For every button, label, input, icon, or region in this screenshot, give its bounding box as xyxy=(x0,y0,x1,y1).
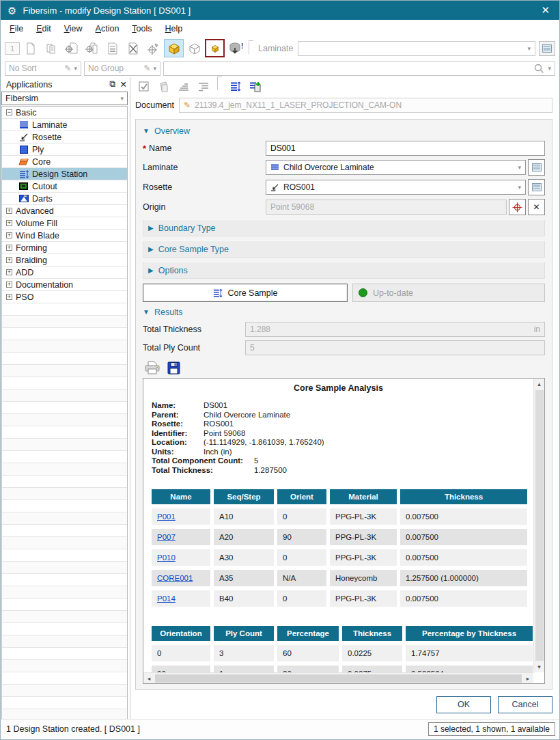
group-combo[interactable]: No Group ✎ ▾ xyxy=(84,61,160,76)
core-sample-tool-button[interactable] xyxy=(227,79,244,95)
menu-tools[interactable]: Tools xyxy=(132,24,152,33)
core-link[interactable]: CORE001 xyxy=(157,574,193,582)
analysis-content: Core Sample Analysis Name:DS001 Parent:C… xyxy=(143,379,533,672)
core-sample-button[interactable]: Core Sample xyxy=(143,284,348,302)
tree-node-core[interactable]: Core xyxy=(2,156,127,168)
name-field[interactable] xyxy=(266,141,545,156)
laminate-list-button[interactable] xyxy=(528,159,545,176)
tree-node-pso[interactable]: + PSO xyxy=(2,291,127,303)
expand-icon[interactable]: + xyxy=(6,232,12,238)
expand-icon[interactable]: + xyxy=(6,245,12,251)
menu-help[interactable]: Help xyxy=(165,24,183,33)
expand-icon[interactable]: + xyxy=(6,257,12,263)
solid-view-toggle[interactable] xyxy=(164,39,184,57)
menu-view[interactable]: View xyxy=(64,24,83,33)
copy-document-button[interactable] xyxy=(41,39,61,57)
rosette-icon xyxy=(270,184,279,191)
clear-origin-button[interactable]: ✕ xyxy=(528,199,545,215)
add-core-sample-button[interactable] xyxy=(247,79,264,95)
sort-order-button[interactable] xyxy=(175,79,193,95)
print-button[interactable] xyxy=(144,361,160,374)
locate-documents-button[interactable] xyxy=(82,39,102,57)
section-overview[interactable]: ▼ Overview xyxy=(143,122,545,139)
cancel-button[interactable]: Cancel xyxy=(498,696,552,713)
section-boundary-type[interactable]: ▶ Boundary Type xyxy=(143,219,545,236)
locate-document-button[interactable] xyxy=(61,39,81,57)
ply-link[interactable]: P010 xyxy=(157,553,176,562)
scrollbar-thumb[interactable] xyxy=(535,390,544,661)
tree-node-rosette[interactable]: Rosette xyxy=(2,131,127,143)
highlight-selection-toggle[interactable] xyxy=(205,39,225,57)
ok-button[interactable]: OK xyxy=(436,696,491,713)
application-selector[interactable]: Fibersim ▾ xyxy=(1,92,128,105)
chevron-down-icon: ▾ xyxy=(518,164,521,171)
menu-action[interactable]: Action xyxy=(96,24,120,33)
expand-icon[interactable]: + xyxy=(6,269,12,275)
tree-node-volume-fill[interactable]: + Volume Fill xyxy=(2,217,127,230)
close-panel-icon[interactable]: ✕ xyxy=(120,79,127,90)
save-report-button[interactable] xyxy=(167,361,180,374)
wireframe-view-toggle[interactable] xyxy=(184,39,204,57)
design-station-form: ▼ Overview * Name Laminate Child Overcor… xyxy=(135,119,552,690)
indent-button[interactable] xyxy=(195,79,212,95)
scroll-up-icon[interactable]: ▴ xyxy=(534,379,545,389)
document-list-button[interactable] xyxy=(102,39,122,57)
vertical-scrollbar[interactable]: ▴ ▾ xyxy=(533,379,544,672)
float-panel-icon[interactable]: ⧉ xyxy=(110,79,116,90)
section-results[interactable]: ▼ Results xyxy=(143,303,545,320)
expand-icon[interactable]: + xyxy=(6,294,12,300)
tree-node-laminate[interactable]: Laminate xyxy=(2,119,127,131)
close-window-button[interactable]: ✕ xyxy=(538,4,552,16)
expand-icon[interactable]: + xyxy=(6,220,12,226)
scroll-right-icon[interactable]: ▸ xyxy=(522,673,533,684)
collapse-icon[interactable]: − xyxy=(6,109,12,115)
document-row: Document ✎ 21139.4_jem_NX11_1_LASER_PROJ… xyxy=(135,96,552,115)
delete-document-button[interactable] xyxy=(123,39,143,57)
group-combo-value: No Group xyxy=(88,64,141,73)
laminate-list-button[interactable] xyxy=(539,41,555,56)
tree-node-cutout[interactable]: Cutout xyxy=(2,180,127,193)
document-field[interactable]: ✎ 21139.4_jem_NX11_1_LASER_PROJECTION_CA… xyxy=(179,98,552,113)
scrollbar-thumb[interactable] xyxy=(155,674,522,683)
toolbar-laminate-combo[interactable]: ▾ xyxy=(298,41,535,56)
pages-button[interactable] xyxy=(155,79,173,95)
search-options-arrow[interactable]: ▾ xyxy=(548,65,551,72)
scroll-left-icon[interactable]: ◂ xyxy=(143,673,154,684)
section-core-sample-type[interactable]: ▶ Core Sample Type xyxy=(143,241,545,258)
tree-node-advanced[interactable]: + Advanced xyxy=(2,205,127,217)
horizontal-scrollbar[interactable]: ◂ ▸ xyxy=(143,672,533,683)
tree-node-design-station[interactable]: Design Station xyxy=(2,168,127,180)
tree-node-basic[interactable]: − Basic xyxy=(2,107,127,119)
laminate-select[interactable]: Child Overcore Laminate ▾ xyxy=(266,160,526,175)
rosette-list-button[interactable] xyxy=(528,179,545,195)
search-input[interactable] xyxy=(167,64,531,73)
total-ply-count-field: 5 xyxy=(245,340,545,355)
tree-node-forming[interactable]: + Forming xyxy=(2,242,127,254)
probe-point-button[interactable] xyxy=(143,39,163,57)
tree-node-wind-blade[interactable]: + Wind Blade xyxy=(2,230,127,242)
chevron-down-icon: ▾ xyxy=(153,65,156,72)
sort-combo[interactable]: No Sort ✎ ▾ xyxy=(5,61,81,76)
scroll-down-icon[interactable]: ▾ xyxy=(534,661,545,672)
pick-origin-button[interactable] xyxy=(509,199,526,215)
menu-file[interactable]: File xyxy=(10,24,23,33)
export-data-button[interactable]: ! xyxy=(225,39,245,57)
section-options[interactable]: ▶ Options xyxy=(143,262,545,279)
verify-button[interactable] xyxy=(135,79,153,95)
menu-edit[interactable]: Edit xyxy=(36,24,51,33)
expand-icon[interactable]: + xyxy=(6,208,12,214)
search-icon[interactable] xyxy=(534,64,544,74)
rosette-select[interactable]: ROS001 ▾ xyxy=(266,180,526,195)
chevron-down-icon: ▾ xyxy=(518,184,521,191)
tree-node-add[interactable]: + ADD xyxy=(2,266,127,279)
ply-link[interactable]: P001 xyxy=(157,512,176,521)
tree-node-ply[interactable]: Ply xyxy=(2,143,127,156)
summary-table-header-row: Orientation Ply Count Percentage Thickne… xyxy=(152,626,533,641)
tree-node-darts[interactable]: Darts xyxy=(2,193,127,205)
new-document-button[interactable] xyxy=(20,39,40,57)
ply-link[interactable]: P007 xyxy=(157,533,176,541)
expand-icon[interactable]: + xyxy=(6,282,12,288)
tree-node-braiding[interactable]: + Braiding xyxy=(2,254,127,266)
ply-link[interactable]: P014 xyxy=(157,594,176,603)
tree-node-documentation[interactable]: + Documentation xyxy=(2,279,127,291)
